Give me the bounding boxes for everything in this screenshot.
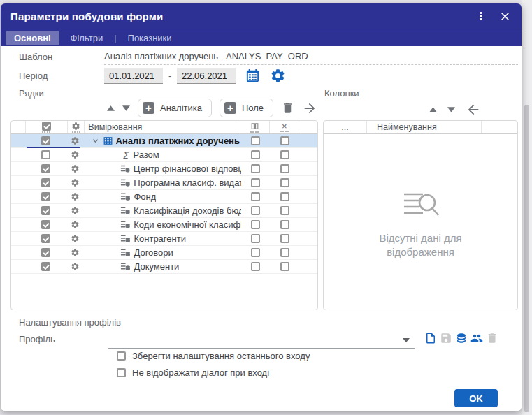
columns-table: ... Найменування Відсутні дані для відоб… xyxy=(323,120,518,310)
gear-icon[interactable] xyxy=(71,248,80,257)
name-column-header[interactable]: Найменування xyxy=(367,121,482,133)
settings-column-header[interactable] xyxy=(68,121,85,133)
move-down-icon[interactable] xyxy=(122,105,130,111)
table-row[interactable]: Документи xyxy=(11,260,317,274)
header-dots xyxy=(250,131,259,133)
close-flag-checkbox[interactable] xyxy=(280,192,289,201)
tab-filters[interactable]: Фільтри xyxy=(62,31,112,45)
profile-select[interactable] xyxy=(108,330,415,349)
move-to-rows-icon[interactable] xyxy=(466,102,481,117)
end-column-header xyxy=(482,121,517,133)
save-last-checkbox-row[interactable]: Зберегти налаштування останнього входу xyxy=(117,351,310,361)
tab-main[interactable]: Основні xyxy=(6,31,59,45)
gear-icon[interactable] xyxy=(71,234,80,243)
row-checkbox[interactable] xyxy=(41,178,50,187)
close-flag-checkbox[interactable] xyxy=(280,262,289,271)
menu-icon[interactable] xyxy=(475,10,487,22)
gear-icon[interactable] xyxy=(71,122,80,131)
period-from-input[interactable]: 01.01.2021 xyxy=(104,68,163,84)
period-to-input[interactable]: 22.06.2021 xyxy=(177,68,236,84)
row-checkbox[interactable] xyxy=(41,234,50,243)
table-row[interactable]: Класифікація доходів бюд xyxy=(11,204,317,218)
gear-icon[interactable] xyxy=(71,220,80,229)
page-scrollbar-thumb[interactable] xyxy=(524,105,529,412)
no-dialog-checkbox-row[interactable]: Не відображати діалог при вході xyxy=(117,367,269,378)
dialog-title: Параметри побудови форми xyxy=(10,10,164,22)
rows-table: Вимірювання × Аналіз платіжних дорученьΣ… xyxy=(10,120,318,310)
columns-flag-checkbox[interactable] xyxy=(251,248,260,257)
period-settings-icon[interactable] xyxy=(270,68,286,84)
move-up-icon[interactable] xyxy=(107,105,115,111)
close-flag-checkbox[interactable] xyxy=(280,136,289,145)
row-checkbox[interactable] xyxy=(41,248,50,257)
table-row[interactable]: Центр фінансової відповід xyxy=(11,162,317,176)
chevron-down-icon[interactable] xyxy=(90,136,101,146)
gear-icon[interactable] xyxy=(71,136,80,145)
table-row[interactable]: Фонд xyxy=(11,190,317,204)
close-flag-header[interactable]: × xyxy=(270,121,299,133)
measure-column-header[interactable]: Вимірювання xyxy=(85,121,240,133)
new-profile-icon[interactable] xyxy=(424,332,437,344)
gear-icon[interactable] xyxy=(71,192,80,201)
gear-icon[interactable] xyxy=(71,262,80,271)
columns-flag-checkbox[interactable] xyxy=(251,206,260,215)
columns-flag-checkbox[interactable] xyxy=(251,234,260,243)
row-checkbox[interactable] xyxy=(41,262,50,271)
gear-icon[interactable] xyxy=(71,206,80,215)
select-all-checkbox[interactable] xyxy=(42,122,51,131)
shared-profiles-icon[interactable] xyxy=(470,332,483,344)
delete-icon[interactable] xyxy=(281,101,294,115)
save-last-checkbox[interactable] xyxy=(117,351,126,361)
columns-flag-checkbox[interactable] xyxy=(251,220,260,229)
columns-flag-checkbox[interactable] xyxy=(251,136,260,145)
columns-flag-header[interactable] xyxy=(240,121,270,133)
close-icon[interactable] xyxy=(498,10,512,23)
columns-flag-checkbox[interactable] xyxy=(251,262,260,271)
columns-flag-checkbox[interactable] xyxy=(251,164,260,173)
close-flag-checkbox[interactable] xyxy=(280,164,289,173)
close-flag-checkbox[interactable] xyxy=(280,178,289,187)
table-row[interactable]: ΣРазом xyxy=(11,148,317,162)
calendar-icon[interactable] xyxy=(245,68,261,84)
table-row[interactable]: Програмна класиф. видат xyxy=(11,176,317,190)
add-field-button[interactable]: Поле xyxy=(220,99,273,117)
profiles-database-icon[interactable] xyxy=(455,332,468,344)
move-down-icon[interactable] xyxy=(447,107,455,112)
delete-profile-icon[interactable] xyxy=(486,332,498,344)
table-row[interactable]: Договори xyxy=(11,246,317,260)
gear-icon[interactable] xyxy=(71,178,80,187)
no-dialog-checkbox[interactable] xyxy=(117,368,126,377)
row-label: Коди економічної класифі xyxy=(134,219,240,230)
table-row[interactable]: Коди економічної класифі xyxy=(11,218,317,232)
table-row[interactable]: Аналіз платіжних доручень xyxy=(11,134,317,148)
ok-button[interactable]: OK xyxy=(454,389,498,407)
select-column-header[interactable] xyxy=(26,121,68,133)
gear-icon[interactable] xyxy=(71,164,80,173)
table-row[interactable]: Контрагенти xyxy=(11,232,317,246)
rows-table-header: Вимірювання × xyxy=(11,121,317,134)
gear-icon[interactable] xyxy=(71,150,80,159)
close-flag-checkbox[interactable] xyxy=(280,150,289,159)
columns-flag-checkbox[interactable] xyxy=(251,150,260,159)
close-flag-checkbox[interactable] xyxy=(280,248,289,257)
close-flag-checkbox[interactable] xyxy=(280,234,289,243)
close-flag-checkbox[interactable] xyxy=(280,206,289,215)
columns-section-label: Колонки xyxy=(324,88,359,99)
row-checkbox[interactable] xyxy=(41,164,50,173)
add-analytics-button[interactable]: Аналітика xyxy=(138,99,212,117)
close-flag-checkbox[interactable] xyxy=(280,220,289,229)
dots-column-header[interactable]: ... xyxy=(324,121,367,133)
tab-indicators[interactable]: Показники xyxy=(120,31,180,45)
row-label: Центр фінансової відповід xyxy=(134,163,241,174)
table-icon xyxy=(103,136,113,146)
move-to-columns-icon[interactable] xyxy=(302,101,317,116)
row-checkbox[interactable] xyxy=(41,206,50,215)
row-checkbox[interactable] xyxy=(41,136,50,145)
save-profile-icon[interactable] xyxy=(440,332,452,344)
row-checkbox[interactable] xyxy=(41,192,50,201)
columns-flag-checkbox[interactable] xyxy=(251,178,260,187)
row-checkbox[interactable] xyxy=(41,220,50,229)
row-checkbox[interactable] xyxy=(41,150,50,159)
columns-flag-checkbox[interactable] xyxy=(251,192,260,201)
move-up-icon[interactable] xyxy=(429,107,437,112)
